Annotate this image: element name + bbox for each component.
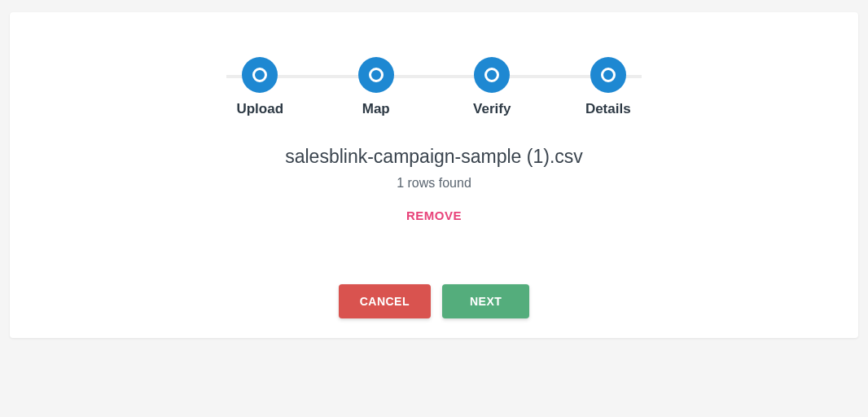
step-label: Verify (473, 101, 511, 117)
step-circle-icon (474, 57, 510, 93)
step-map[interactable]: Map (318, 57, 435, 117)
step-label: Upload (236, 101, 283, 117)
rows-found-text: 1 rows found (59, 176, 809, 191)
step-circle-icon (242, 57, 278, 93)
step-label: Details (585, 101, 631, 117)
step-circle-icon (590, 57, 626, 93)
step-circle-icon (358, 57, 394, 93)
step-verify[interactable]: Verify (434, 57, 550, 117)
step-label: Map (362, 101, 390, 117)
footer-actions: CANCEL NEXT (10, 284, 858, 318)
stepper: Upload Map Verify Details (202, 57, 666, 117)
upload-wizard-card: Upload Map Verify Details salesblink-cam… (10, 12, 858, 338)
next-button[interactable]: NEXT (442, 284, 529, 318)
step-upload[interactable]: Upload (202, 57, 318, 117)
cancel-button[interactable]: CANCEL (339, 284, 431, 318)
uploaded-filename: salesblink-campaign-sample (1).csv (59, 146, 809, 168)
remove-button[interactable]: REMOVE (406, 208, 462, 222)
step-details[interactable]: Details (550, 57, 667, 117)
file-info: salesblink-campaign-sample (1).csv 1 row… (59, 146, 809, 223)
